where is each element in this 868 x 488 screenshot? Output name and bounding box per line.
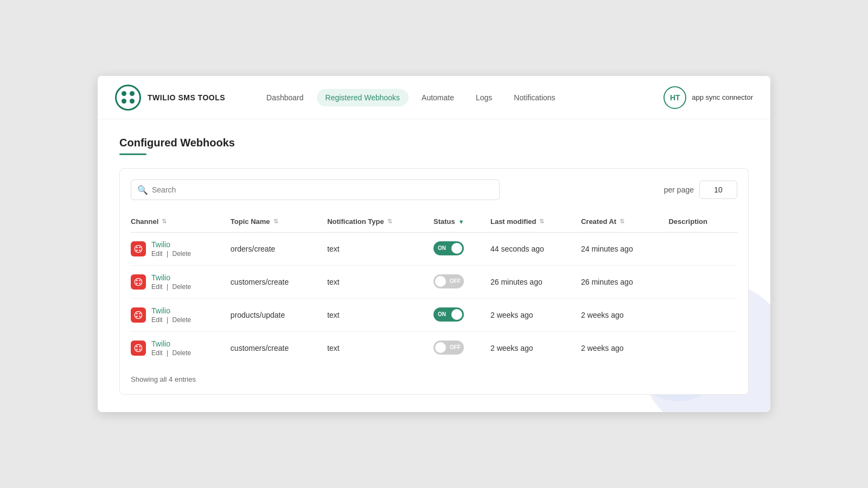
toggle-label-3: ON: [438, 311, 446, 317]
td-notification-type-3: text: [327, 299, 433, 332]
delete-link-1[interactable]: Delete: [173, 250, 192, 258]
logo-area: TWILIO SMS TOOLS: [115, 85, 225, 111]
status-toggle-1[interactable]: ON: [433, 241, 464, 255]
search-bar: 🔍 per page: [131, 179, 737, 200]
svg-point-15: [135, 344, 142, 351]
twilio-icon: [131, 274, 146, 290]
status-toggle-4[interactable]: OFF: [433, 341, 464, 355]
svg-point-11: [136, 313, 138, 314]
header-row: Channel⇅Topic Name⇅Notification Type⇅Sta…: [131, 211, 737, 233]
edit-link-1[interactable]: Edit: [151, 250, 163, 258]
divider: |: [167, 316, 168, 324]
th-channel[interactable]: Channel⇅: [131, 211, 231, 233]
divider: |: [167, 349, 168, 357]
sort-icon-topic-name[interactable]: ⇅: [273, 218, 278, 225]
per-page-area: per page: [664, 181, 737, 199]
edit-link-2[interactable]: Edit: [151, 283, 163, 291]
nav-item-logs[interactable]: Logs: [467, 89, 501, 106]
main-content: Configured Webhooks 🔍 per page: [98, 119, 770, 412]
table-head: Channel⇅Topic Name⇅Notification Type⇅Sta…: [131, 211, 737, 233]
edit-link-4[interactable]: Edit: [151, 349, 163, 357]
svg-point-0: [135, 245, 142, 252]
table-row: Twilio Edit | Delete customers/createtex…: [131, 332, 737, 365]
nav-item-dashboard[interactable]: Dashboard: [258, 89, 312, 106]
td-topic-2: customers/create: [231, 266, 327, 299]
dot-3: [122, 99, 126, 104]
logo-icon: [115, 85, 141, 111]
sort-icon-status[interactable]: ▼: [458, 219, 464, 225]
delete-link-3[interactable]: Delete: [173, 316, 192, 324]
td-notification-type-4: text: [327, 332, 433, 365]
channel-actions-2: Edit | Delete: [151, 283, 191, 291]
title-underline: [119, 153, 146, 155]
header: TWILIO SMS TOOLS DashboardRegistered Web…: [98, 76, 770, 119]
toggle-knob-2: [435, 276, 446, 287]
table-row: Twilio Edit | Delete customers/createtex…: [131, 266, 737, 299]
avatar[interactable]: HT: [663, 86, 686, 109]
sort-icon-last-modified[interactable]: ⇅: [539, 218, 544, 225]
th-status[interactable]: Status▼: [433, 211, 490, 233]
th-topic-name[interactable]: Topic Name⇅: [231, 211, 327, 233]
nav-item-notifications[interactable]: Notifications: [505, 89, 564, 106]
toggle-knob-4: [435, 342, 446, 353]
nav-item-registered-webhooks[interactable]: Registered Webhooks: [317, 89, 409, 106]
svg-point-3: [136, 249, 138, 251]
delete-link-2[interactable]: Delete: [173, 283, 192, 291]
svg-point-7: [139, 280, 141, 281]
page-title: Configured Webhooks: [119, 137, 749, 149]
th-last-modified[interactable]: Last modified⇅: [490, 211, 581, 233]
svg-point-1: [136, 247, 138, 248]
td-topic-3: products/update: [231, 299, 327, 332]
sort-icon-notification-type[interactable]: ⇅: [387, 218, 392, 225]
svg-point-14: [139, 316, 141, 317]
search-icon: 🔍: [137, 185, 148, 195]
app-window: TWILIO SMS TOOLS DashboardRegistered Web…: [98, 76, 770, 412]
th-notification-type[interactable]: Notification Type⇅: [327, 211, 433, 233]
toggle-label-1: ON: [438, 245, 446, 251]
td-description-4: [668, 332, 737, 365]
td-status-2: OFF: [433, 266, 490, 299]
svg-point-4: [139, 249, 141, 251]
td-created-at-3: 2 weeks ago: [581, 299, 669, 332]
search-input[interactable]: [131, 179, 500, 200]
td-description-3: [668, 299, 737, 332]
td-channel-2: Twilio Edit | Delete: [131, 266, 231, 299]
svg-point-18: [136, 349, 138, 350]
toggle-label-4: OFF: [450, 344, 461, 350]
th-created-at[interactable]: Created At⇅: [581, 211, 669, 233]
channel-actions-1: Edit | Delete: [151, 250, 191, 258]
sort-icon-channel[interactable]: ⇅: [162, 218, 167, 225]
status-toggle-2[interactable]: OFF: [433, 274, 464, 288]
td-last-modified-4: 2 weeks ago: [490, 332, 581, 365]
dot-4: [130, 99, 135, 104]
table-footer: Showing all 4 entries: [131, 375, 737, 383]
td-status-3: ON: [433, 299, 490, 332]
divider: |: [167, 283, 168, 291]
delete-link-4[interactable]: Delete: [173, 349, 192, 357]
svg-point-16: [136, 346, 138, 348]
svg-point-9: [139, 282, 141, 284]
divider: |: [167, 250, 168, 258]
svg-point-17: [139, 346, 141, 348]
edit-link-3[interactable]: Edit: [151, 316, 163, 324]
per-page-input[interactable]: [699, 181, 737, 199]
svg-point-10: [135, 311, 142, 318]
nav-item-automate[interactable]: Automate: [413, 89, 463, 106]
td-topic-4: customers/create: [231, 332, 327, 365]
data-table: Channel⇅Topic Name⇅Notification Type⇅Sta…: [131, 211, 737, 364]
svg-point-12: [139, 313, 141, 314]
main-nav: DashboardRegistered WebhooksAutomateLogs…: [258, 89, 663, 106]
td-topic-1: orders/create: [231, 233, 327, 266]
td-channel-1: Twilio Edit | Delete: [131, 233, 231, 266]
svg-point-19: [139, 349, 141, 350]
search-input-wrapper: 🔍: [131, 179, 500, 200]
status-toggle-3[interactable]: ON: [433, 307, 464, 322]
td-last-modified-1: 44 seconds ago: [490, 233, 581, 266]
sort-icon-created-at[interactable]: ⇅: [620, 218, 624, 225]
twilio-icon: [131, 241, 146, 256]
svg-point-8: [136, 282, 138, 284]
td-channel-4: Twilio Edit | Delete: [131, 332, 231, 365]
channel-actions-4: Edit | Delete: [151, 349, 191, 357]
per-page-label: per page: [664, 185, 694, 194]
user-name: app sync connector: [692, 93, 753, 101]
